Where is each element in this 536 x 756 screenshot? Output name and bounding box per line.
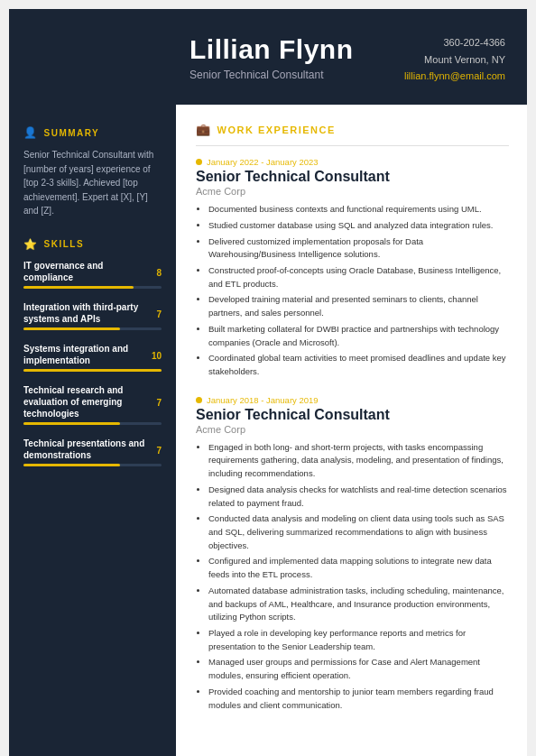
body: 👤 Summary Senior Technical Consultant wi… — [9, 105, 527, 756]
job-bullets: Engaged in both long- and short-term pro… — [196, 441, 509, 713]
jobs-list: January 2022 - January 2023 Senior Techn… — [196, 157, 509, 712]
work-experience-title: 💼 Work Experience — [196, 123, 509, 136]
header: Lillian Flynn Senior Technical Consultan… — [9, 9, 527, 105]
bullet-item: Automated database administration tasks,… — [208, 585, 509, 624]
sidebar: 👤 Summary Senior Technical Consultant wi… — [9, 105, 176, 756]
bullet-item: Designed data analysis checks for watchl… — [208, 484, 509, 510]
job-bullets: Documented business contexts and functio… — [196, 203, 509, 379]
skills-icon: ⭐ — [23, 238, 39, 251]
date-text: January 2018 - January 2019 — [207, 395, 319, 405]
bullet-item: Studied customer database using SQL and … — [208, 219, 509, 233]
bullet-item: Managed user groups and permissions for … — [208, 656, 509, 682]
summary-icon: 👤 — [23, 126, 39, 139]
skill-bar-fill — [23, 464, 120, 466]
skill-name: Integration with third-party systems and… — [23, 301, 145, 325]
date-dot — [196, 397, 202, 403]
skill-item: Technical presentations and demonstratio… — [23, 438, 162, 466]
phone: 360-202-4366 — [404, 34, 505, 51]
skill-bar-bg — [23, 464, 162, 466]
candidate-name: Lillian Flynn — [189, 34, 354, 65]
header-contact: 360-202-4366 Mount Vernon, NY lillian.fl… — [404, 34, 505, 85]
bullet-item: Delivered customized implementation prop… — [208, 235, 509, 262]
bullet-item: Conducted data analysis and modeling on … — [208, 512, 509, 552]
job-date: January 2022 - January 2023 — [196, 157, 509, 167]
skills-section-title: ⭐ Skills — [23, 238, 162, 251]
skill-item: IT governance and compliance 8 — [23, 260, 162, 289]
job-date: January 2018 - January 2019 — [196, 395, 509, 405]
resume-container: Lillian Flynn Senior Technical Consultan… — [9, 9, 527, 756]
skills-list: IT governance and compliance 8 Integrati… — [23, 260, 162, 466]
skill-name: IT governance and compliance — [23, 260, 145, 283]
skill-item: Integration with third-party systems and… — [23, 301, 162, 330]
skill-score: 10 — [151, 351, 162, 361]
job-company: Acme Corp — [196, 424, 509, 435]
main-content: 💼 Work Experience January 2022 - January… — [176, 105, 527, 756]
bullet-item: Coordinated global team activities to me… — [208, 352, 509, 378]
candidate-title: Senior Technical Consultant — [189, 69, 354, 81]
skill-bar-fill — [23, 422, 120, 425]
job-block: January 2018 - January 2019 Senior Techn… — [196, 395, 509, 713]
bullet-item: Built marketing collateral for DWBI prac… — [208, 323, 509, 349]
bullet-item: Provided coaching and mentorship to juni… — [208, 686, 509, 712]
skill-score: 8 — [151, 268, 162, 278]
job-block: January 2022 - January 2023 Senior Techn… — [196, 157, 509, 379]
job-title: Senior Technical Consultant — [196, 169, 509, 185]
skill-score: 7 — [151, 309, 162, 319]
job-title: Senior Technical Consultant — [196, 407, 509, 423]
divider — [196, 145, 509, 146]
date-text: January 2022 - January 2023 — [207, 157, 319, 167]
summary-text: Senior Technical Consultant with [number… — [23, 148, 162, 218]
skill-bar-bg — [23, 422, 162, 425]
skill-bar-fill — [23, 327, 120, 330]
bullet-item: Configured and implemented data mapping … — [208, 555, 509, 581]
skill-bar-bg — [23, 369, 162, 372]
location: Mount Vernon, NY — [404, 51, 505, 69]
skill-name: Systems integration and implementation — [23, 343, 145, 366]
summary-section-title: 👤 Summary — [23, 126, 162, 139]
bullet-item: Documented business contexts and functio… — [208, 203, 509, 217]
skill-bar-bg — [23, 327, 162, 330]
skill-score: 7 — [151, 446, 162, 456]
skill-item: Systems integration and implementation 1… — [23, 343, 162, 372]
skill-bar-fill — [23, 369, 162, 372]
skill-item: Technical research and evaluation of eme… — [23, 384, 162, 425]
bullet-item: Played a role in developing key performa… — [208, 627, 509, 653]
skill-bar-fill — [23, 286, 134, 289]
bullet-item: Developed training material and presente… — [208, 293, 509, 319]
bullet-item: Engaged in both long- and short-term pro… — [208, 441, 509, 481]
header-left: Lillian Flynn Senior Technical Consultan… — [189, 34, 354, 81]
bullet-item: Constructed proof-of-concepts using Orac… — [208, 264, 509, 290]
skill-name: Technical research and evaluation of eme… — [23, 384, 145, 419]
skill-name: Technical presentations and demonstratio… — [23, 438, 145, 461]
email-link[interactable]: lillian.flynn@email.com — [404, 70, 505, 81]
date-dot — [196, 159, 202, 165]
work-icon: 💼 — [196, 123, 212, 136]
job-company: Acme Corp — [196, 186, 509, 197]
skill-bar-bg — [23, 286, 162, 289]
skill-score: 7 — [151, 398, 162, 408]
